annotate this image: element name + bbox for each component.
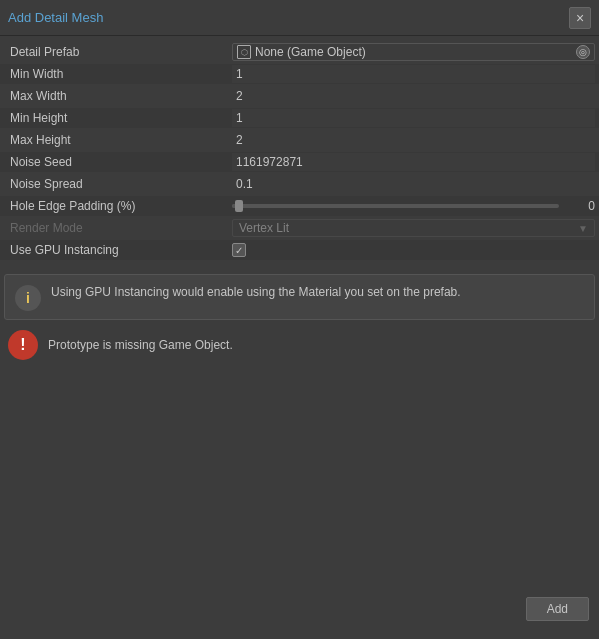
- prefab-icon: ⬡: [237, 45, 251, 59]
- error-text: Prototype is missing Game Object.: [48, 338, 233, 352]
- hole-edge-padding-label: Hole Edge Padding (%): [4, 199, 232, 213]
- info-box: i Using GPU Instancing would enable usin…: [4, 274, 595, 320]
- max-width-input[interactable]: [232, 87, 595, 105]
- slider-track[interactable]: [232, 204, 559, 208]
- gpu-instancing-row: Use GPU Instancing ✓: [0, 240, 599, 260]
- add-button[interactable]: Add: [526, 597, 589, 621]
- form-area: Detail Prefab ⬡ None (Game Object) ◎ Min…: [0, 36, 599, 268]
- hole-edge-padding-row: Hole Edge Padding (%) 0: [0, 196, 599, 216]
- max-height-input[interactable]: [232, 131, 595, 149]
- min-width-input[interactable]: [232, 65, 595, 83]
- min-height-label: Min Height: [4, 111, 232, 125]
- render-mode-label: Render Mode: [4, 221, 232, 235]
- detail-prefab-row: Detail Prefab ⬡ None (Game Object) ◎: [0, 42, 599, 62]
- noise-spread-label: Noise Spread: [4, 177, 232, 191]
- max-height-label: Max Height: [4, 133, 232, 147]
- slider-container: 0: [232, 199, 595, 213]
- max-width-row: Max Width: [0, 86, 599, 106]
- dialog-title: Add Detail Mesh: [8, 10, 103, 25]
- prefab-select-button[interactable]: ◎: [576, 45, 590, 59]
- min-width-label: Min Width: [4, 67, 232, 81]
- noise-spread-input[interactable]: [232, 175, 595, 193]
- min-height-row: Min Height: [0, 108, 599, 128]
- noise-seed-label: Noise Seed: [4, 155, 232, 169]
- info-icon: i: [15, 285, 41, 311]
- render-mode-row: Render Mode Vertex Lit ▼: [0, 218, 599, 238]
- error-icon: !: [8, 330, 38, 360]
- bottom-area: Add: [0, 579, 599, 639]
- min-width-row: Min Width: [0, 64, 599, 84]
- info-text: Using GPU Instancing would enable using …: [51, 283, 461, 301]
- min-height-input[interactable]: [232, 109, 595, 127]
- error-box: ! Prototype is missing Game Object.: [4, 326, 595, 364]
- slider-value: 0: [565, 199, 595, 213]
- noise-spread-row: Noise Spread: [0, 174, 599, 194]
- max-height-row: Max Height: [0, 130, 599, 150]
- dialog-header: Add Detail Mesh ×: [0, 0, 599, 36]
- gpu-instancing-label: Use GPU Instancing: [4, 243, 232, 257]
- dropdown-arrow-icon: ▼: [578, 223, 588, 234]
- gpu-instancing-checkbox-cell: ✓: [232, 243, 595, 257]
- render-mode-value: Vertex Lit: [239, 221, 289, 235]
- noise-seed-input[interactable]: [232, 153, 595, 171]
- gpu-instancing-checkbox[interactable]: ✓: [232, 243, 246, 257]
- slider-thumb[interactable]: [235, 200, 243, 212]
- detail-prefab-field[interactable]: ⬡ None (Game Object) ◎: [232, 43, 595, 61]
- object-field-inner: ⬡ None (Game Object): [237, 45, 366, 59]
- noise-seed-row: Noise Seed: [0, 152, 599, 172]
- detail-prefab-label: Detail Prefab: [4, 45, 232, 59]
- prefab-value: None (Game Object): [255, 45, 366, 59]
- render-mode-dropdown[interactable]: Vertex Lit ▼: [232, 219, 595, 237]
- close-button[interactable]: ×: [569, 7, 591, 29]
- max-width-label: Max Width: [4, 89, 232, 103]
